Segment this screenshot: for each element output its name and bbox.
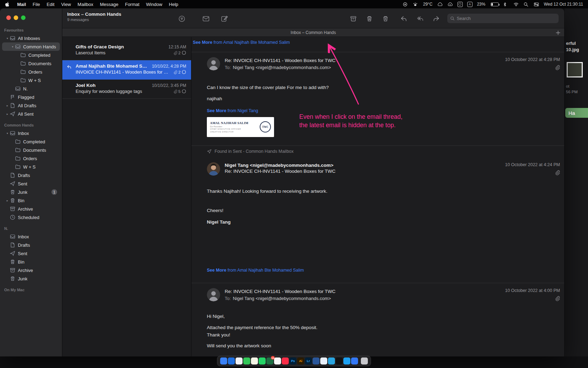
get-mail-button[interactable] [202, 15, 210, 22]
menu-mailbox[interactable]: Mailbox [78, 2, 93, 7]
delete-button[interactable] [365, 15, 373, 22]
sidebar-item-all-sent[interactable]: ▸ All Sent [2, 110, 60, 118]
dock-mail-icon[interactable] [228, 357, 235, 364]
dock-files-icon[interactable] [351, 357, 358, 364]
zoom-window-button[interactable] [21, 15, 26, 20]
dock-notes-icon[interactable] [251, 357, 258, 364]
dock-telegram-icon[interactable] [328, 357, 335, 364]
sidebar-item-sent[interactable]: Sent [2, 179, 60, 188]
sidebar-item-n[interactable]: N. [2, 84, 60, 93]
battery-icon[interactable] [491, 2, 499, 6]
control-center-icon[interactable] [534, 2, 539, 7]
close-window-button[interactable] [6, 15, 11, 20]
sidebar-item-w-s[interactable]: W + S [2, 76, 60, 84]
sidebar-item-common-hands[interactable]: ▾ Common Hands [2, 42, 60, 51]
reply-button[interactable] [400, 15, 407, 22]
sidebar-item-orders[interactable]: Orders [2, 68, 60, 76]
menu-format[interactable]: Format [125, 2, 139, 7]
dock-music-icon[interactable] [282, 357, 289, 364]
dock-excel-icon[interactable]: 12 [266, 357, 273, 364]
forward-button[interactable] [432, 15, 440, 22]
sidebar-item-documents[interactable]: Documents [2, 59, 60, 68]
paw-status-icon[interactable] [413, 2, 419, 7]
wifi-icon[interactable] [513, 2, 519, 7]
sidebar-item-bin[interactable]: Bin [2, 258, 60, 266]
weather-temperature[interactable]: 29°C [423, 2, 433, 7]
disclosure-chevron-icon[interactable]: ▸ [5, 113, 10, 116]
minimize-window-button[interactable] [14, 15, 18, 20]
dock-tiktok-icon[interactable] [336, 357, 343, 364]
tab-inbox-common-hands[interactable]: Inbox – Common Hands [290, 30, 336, 35]
attachment-paperclip-icon[interactable] [555, 296, 560, 301]
apple-menu-icon[interactable] [5, 2, 10, 7]
sidebar-item-drafts[interactable]: Drafts [2, 171, 60, 179]
menu-app-name[interactable]: Mail [17, 2, 26, 7]
disclosure-chevron-icon[interactable]: ▾ [5, 37, 10, 40]
sidebar-item-archive[interactable]: Archive [2, 266, 60, 274]
see-more-link-top[interactable]: See More from Amal Najihah Bte Mohamed S… [193, 40, 290, 45]
menu-file[interactable]: File [33, 2, 40, 7]
disclosure-chevron-icon[interactable]: ▸ [5, 104, 10, 107]
bluetooth-icon[interactable] [503, 2, 509, 7]
sidebar-item-archive[interactable]: Archive [2, 205, 60, 213]
menu-view[interactable]: View [61, 2, 71, 7]
dock-translate-icon[interactable] [320, 357, 327, 364]
menu-clock[interactable]: Wed 12 Oct 21:30:11 [544, 2, 583, 7]
sidebar-item-bin[interactable]: ▸ Bin [2, 196, 60, 205]
dock-trash-icon[interactable] [361, 357, 368, 364]
disclosure-chevron-icon[interactable]: ▾ [10, 45, 15, 48]
sidebar-item-flagged[interactable]: Flagged [2, 93, 60, 101]
disclosure-chevron-icon[interactable]: ▾ [5, 132, 10, 135]
menu-help[interactable]: Help [169, 2, 178, 7]
disclosure-chevron-icon[interactable]: ▸ [5, 199, 10, 202]
menu-edit[interactable]: Edit [47, 2, 54, 7]
sidebar-item-documents[interactable]: Documents [2, 146, 60, 154]
dock-photoshop-icon[interactable]: Ps [289, 357, 296, 364]
dock-twitter-icon[interactable] [343, 357, 350, 364]
sidebar-item-completed[interactable]: Completed [2, 137, 60, 146]
message-item-gifts-of-grace-design[interactable]: Gifts of Grace Design 12:15 AM Lasercut … [62, 41, 191, 60]
message-item-joel-koh[interactable]: Joel Koh 10/10/22, 3:45 PM Enquiry for w… [62, 80, 191, 99]
dock-photos-icon[interactable] [274, 357, 281, 364]
email-signature-image[interactable]: AMAL NAJIHAH SALIM Co-Founder Chief Exec… [207, 117, 274, 137]
dock-whatsapp-icon[interactable] [259, 357, 266, 364]
input-source-icon[interactable]: A [467, 2, 472, 7]
search-input[interactable] [457, 16, 556, 21]
search-field[interactable] [447, 14, 559, 23]
message-item-amal-najihah-bte-mohamed-salim[interactable]: Amal Najihah Bte Mohamed Salim 10/10/22,… [62, 60, 191, 80]
menu-message[interactable]: Message [100, 2, 118, 7]
junk-button[interactable] [382, 15, 389, 22]
sidebar-item-junk[interactable]: Junk [2, 274, 60, 283]
dock-finder-icon[interactable] [220, 357, 227, 364]
see-more-link[interactable]: See More from Amal Najihah Bte Mohamed S… [207, 268, 304, 273]
sidebar-item-sent[interactable]: Sent [2, 249, 60, 258]
sidebar-item-all-drafts[interactable]: ▸ All Drafts [2, 101, 60, 110]
sidebar-item-orders[interactable]: Orders [2, 154, 60, 163]
cloud-status-icon[interactable] [437, 2, 443, 7]
attachment-paperclip-icon[interactable] [555, 65, 560, 70]
filter-button[interactable] [178, 15, 186, 22]
dock-lightroom-icon[interactable]: Lr [305, 357, 312, 364]
dock-facetime-icon[interactable] [243, 357, 250, 364]
sidebar-item-all-inboxes[interactable]: ▾ All Inboxes [2, 34, 60, 42]
sidebar-item-inbox[interactable]: ▾ Inbox [2, 129, 60, 137]
sidebar-item-completed[interactable]: Completed [2, 51, 60, 59]
sidebar-item-junk[interactable]: Junk 1 [2, 188, 60, 196]
cloud-upload-status-icon[interactable] [447, 2, 453, 7]
dock-word-icon[interactable] [313, 357, 320, 364]
record-status-icon[interactable] [403, 2, 408, 7]
reply-all-button[interactable] [416, 15, 424, 22]
new-tab-button[interactable] [555, 30, 561, 35]
sidebar-item-drafts[interactable]: Drafts [2, 241, 60, 249]
dock-calendar-icon[interactable] [236, 357, 243, 364]
attachment-paperclip-icon[interactable] [555, 170, 560, 175]
compose-button[interactable] [220, 15, 228, 22]
sidebar-item-inbox[interactable]: Inbox [2, 232, 60, 241]
sidebar-item-w-s[interactable]: W + S [2, 163, 60, 171]
archive-button[interactable] [349, 15, 357, 22]
spotlight-search-icon[interactable] [524, 2, 529, 7]
sidebar-item-scheduled[interactable]: Scheduled [2, 213, 60, 222]
menu-window[interactable]: Window [146, 2, 162, 7]
see-more-link[interactable]: See More from Nigel Tang [207, 108, 258, 113]
dock-illustrator-icon[interactable]: Ai [297, 357, 304, 364]
